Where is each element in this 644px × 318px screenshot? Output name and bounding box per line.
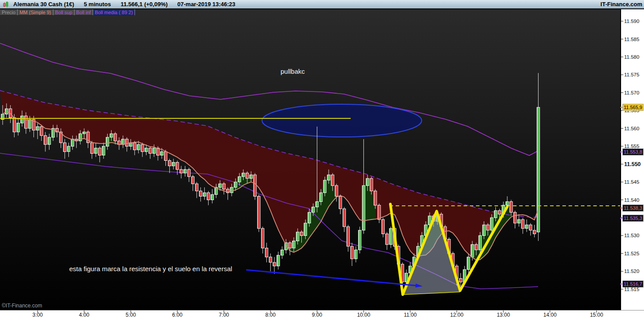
svg-text:10:00: 10:00 [357,312,370,318]
legend-item-boll-sup[interactable]: Boll sup [53,9,75,15]
svg-text:11.570: 11.570 [624,90,639,95]
svg-text:11.575: 11.575 [624,72,639,77]
svg-text:11.550: 11.550 [624,161,641,167]
legend-item-precio[interactable]: Precio [0,9,18,15]
legend-item-boll-media[interactable]: Boll media ( 89 2) [93,9,135,15]
blue-arrow [246,270,416,286]
svg-text:8:00: 8:00 [266,312,276,318]
svg-text:15:00: 15:00 [590,312,603,318]
svg-text:11.525: 11.525 [624,251,639,256]
svg-text:11.580: 11.580 [624,54,639,60]
svg-text:13:00: 13:00 [497,312,510,318]
svg-text:11.520: 11.520 [624,269,639,274]
trading-app-window: Alemania 30 Cash (1€) 5 minutos 11.566,1… [0,0,644,318]
svg-text:6:00: 6:00 [172,312,183,318]
svg-text:11:00: 11:00 [404,312,416,318]
legend-label: MM (Simple 9) [19,10,51,15]
svg-text:5:00: 5:00 [126,312,136,318]
svg-text:14:00: 14:00 [543,312,557,318]
svg-text:11.585: 11.585 [624,37,639,42]
price-badge: 11.538,3 [622,204,644,212]
svg-text:7:00: 7:00 [219,312,229,318]
legend-label: Boll sup [55,10,72,15]
legend-label: Boll media ( 89 2) [95,10,133,15]
price-badge: 11.535,3 [622,215,644,222]
legend-label: Precio [2,10,15,15]
indicator-legend-bar: Precio MM (Simple 9) Boll sup Boll inf B… [0,9,135,15]
watermark-text: ©IT-Finance.com [2,303,42,309]
svg-text:3:00: 3:00 [33,312,43,318]
svg-text:4:00: 4:00 [79,312,90,318]
price-badge: 11.516,7 [622,280,644,288]
svg-text:11.530: 11.530 [624,233,639,238]
svg-text:11.545: 11.545 [624,179,639,185]
annotation-pullback: pullbakc [281,68,305,75]
legend-item-mm-simple9[interactable]: MM (Simple 9) [18,9,53,15]
price-badge: 11.565,9 [622,104,644,111]
annotation-reversal: esta figura marca la resistencia y el su… [69,265,232,273]
time-axis-ticks: 3:004:005:006:007:008:009:0010:0011:0012… [33,310,603,318]
svg-text:12:00: 12:00 [450,312,464,318]
legend-label: Boll inf [76,10,91,15]
svg-text:9:00: 9:00 [312,312,322,318]
price-badge: 11.553,8 [622,148,644,155]
ellipse-drawing [262,104,422,137]
svg-text:11.560: 11.560 [624,126,639,131]
legend-item-boll-inf[interactable]: Boll inf [75,9,93,15]
svg-text:11.590: 11.590 [624,19,639,24]
svg-text:11.540: 11.540 [624,197,639,203]
